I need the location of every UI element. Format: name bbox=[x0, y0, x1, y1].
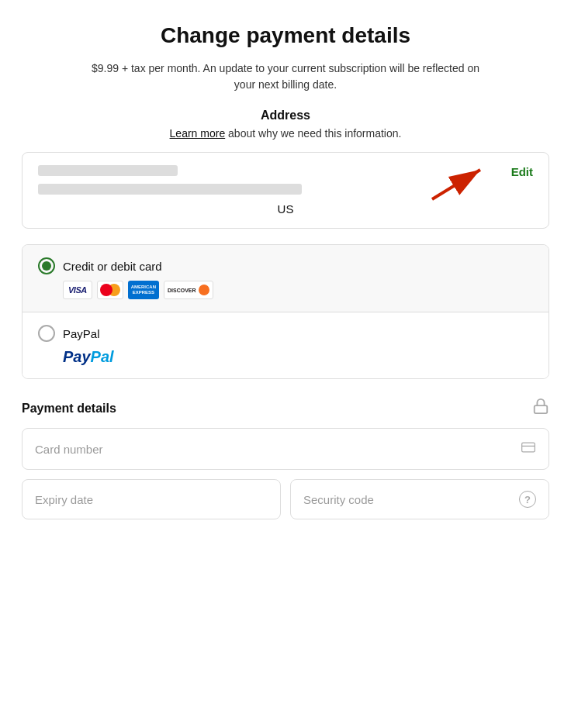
address-field-2 bbox=[38, 184, 302, 195]
page-subtitle: $9.99 + tax per month. An update to your… bbox=[84, 60, 487, 93]
svg-rect-3 bbox=[522, 443, 535, 452]
address-box: US Edit bbox=[22, 152, 549, 229]
security-help-icon[interactable]: ? bbox=[519, 491, 536, 508]
svg-rect-2 bbox=[535, 405, 548, 413]
mastercard-icon bbox=[97, 281, 123, 299]
address-section-label: Address bbox=[261, 109, 310, 122]
page-container: Change payment details $9.99 + tax per m… bbox=[22, 23, 549, 519]
expiry-date-field[interactable]: Expiry date bbox=[22, 479, 281, 519]
lock-icon bbox=[532, 398, 549, 419]
payment-option-card-header: Credit or debit card bbox=[38, 257, 533, 274]
visa-icon: VISA bbox=[63, 281, 92, 299]
security-placeholder: Security code bbox=[303, 493, 374, 506]
payment-option-card[interactable]: Credit or debit card VISA AMERICAN EXPRE… bbox=[22, 245, 549, 312]
security-code-field[interactable]: Security code ? bbox=[290, 479, 549, 519]
card-icons-row: VISA AMERICAN EXPRESS DISCOVER bbox=[63, 281, 533, 299]
card-number-placeholder: Card number bbox=[35, 443, 103, 456]
paypal-option-label: PayPal bbox=[63, 327, 100, 340]
radio-card-inner bbox=[42, 261, 51, 271]
card-number-icon bbox=[521, 440, 536, 458]
address-info-text: Learn more about why we need this inform… bbox=[170, 127, 402, 140]
paypal-logo: PayPal bbox=[63, 348, 533, 366]
payment-methods-box: Credit or debit card VISA AMERICAN EXPRE… bbox=[22, 244, 549, 379]
payment-option-paypal[interactable]: PayPal PayPal bbox=[22, 312, 549, 378]
expiry-placeholder: Expiry date bbox=[35, 493, 93, 506]
payment-details-section: Payment details Card number Expiry date bbox=[22, 398, 549, 519]
address-field-1 bbox=[38, 165, 178, 176]
radio-paypal-unselected[interactable] bbox=[38, 325, 55, 342]
svg-line-1 bbox=[432, 170, 480, 199]
payment-details-header: Payment details bbox=[22, 398, 549, 419]
payment-option-paypal-header: PayPal bbox=[38, 325, 533, 342]
payment-details-title: Payment details bbox=[22, 402, 116, 416]
edit-button[interactable]: Edit bbox=[511, 165, 533, 178]
card-number-field[interactable]: Card number bbox=[22, 428, 549, 470]
discover-icon: DISCOVER bbox=[164, 281, 213, 299]
arrow-indicator bbox=[424, 160, 494, 210]
card-option-label: Credit or debit card bbox=[63, 260, 162, 273]
page-title: Change payment details bbox=[161, 23, 410, 48]
expiry-security-row: Expiry date Security code ? bbox=[22, 479, 549, 519]
amex-icon: AMERICAN EXPRESS bbox=[128, 281, 159, 299]
radio-card-selected[interactable] bbox=[38, 257, 55, 274]
learn-more-link[interactable]: Learn more bbox=[170, 127, 226, 140]
